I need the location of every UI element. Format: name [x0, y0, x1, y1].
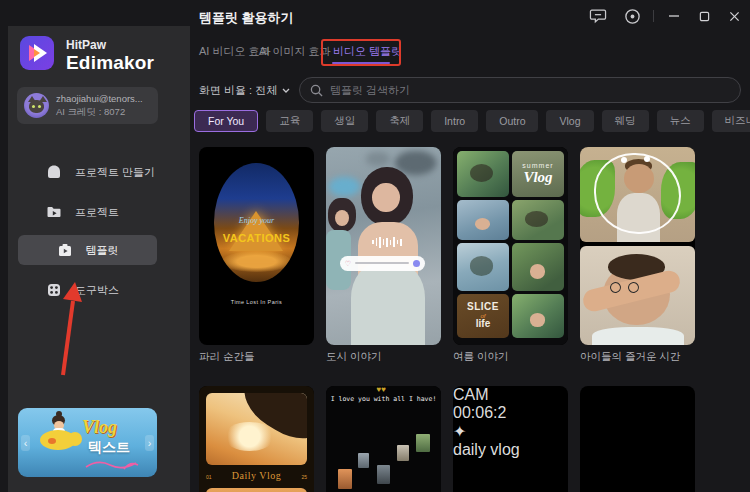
chip-business[interactable]: 비즈니스: [712, 110, 750, 132]
card-overlay-number: 25: [301, 474, 307, 480]
tab-ai-image-effects[interactable]: AI 이미지 효과: [259, 44, 331, 59]
card-art-mini-photo: [358, 453, 369, 468]
card-overlay-headline: VACATIONS: [199, 232, 314, 244]
sidebar-item-templates[interactable]: 템플릿: [18, 235, 157, 265]
promo-banner[interactable]: Vlog 텍스트 ‹ ›: [18, 408, 157, 477]
chip-birthday[interactable]: 생일: [321, 110, 368, 132]
summer-text: summer: [522, 162, 553, 169]
card-art-doodle-cloud: [594, 153, 681, 235]
card-art-sun-glow: [224, 422, 275, 451]
page-title: 템플릿 활용하기: [199, 9, 294, 27]
card-art-doodle-dot: [644, 156, 650, 162]
chip-festival[interactable]: 축제: [376, 110, 423, 132]
minimize-button[interactable]: [664, 7, 684, 25]
card-art-kid-bottom-photo: [580, 246, 695, 345]
search-bar[interactable]: [299, 77, 741, 103]
slice-text: SLICE: [467, 302, 499, 313]
template-card-city-story[interactable]: ♡: [326, 147, 441, 345]
account-email: zhaojiahui@tenors...: [56, 93, 143, 104]
card-art-audio-waveform: [372, 236, 402, 248]
projects-folder-icon: [46, 204, 62, 220]
banner-next-button[interactable]: ›: [145, 435, 154, 451]
card-art-comment-line: [355, 262, 409, 264]
chip-news[interactable]: 뉴스: [657, 110, 704, 132]
chip-vlog[interactable]: Vlog: [546, 110, 593, 132]
category-chip-row: For You 교육 생일 축제 Intro Outro Vlog 웨딩 뉴스 …: [194, 110, 750, 132]
card-art-doodle-dot: [621, 157, 627, 163]
chip-wedding[interactable]: 웨딩: [602, 110, 649, 132]
card-art-girl1-top: [351, 262, 425, 345]
card-art-mini-photo: [377, 465, 390, 484]
banner-subtitle: 텍스트: [88, 439, 130, 457]
record-icon[interactable]: [622, 7, 642, 25]
card-art-photo-tile: [512, 243, 564, 291]
maximize-button[interactable]: [694, 7, 714, 25]
card-art-girl1-face: [372, 183, 400, 213]
card-overlay-cam-label: CAM: [453, 386, 568, 404]
card-art-send-dot: [413, 260, 420, 267]
card-art-mini-photo: [338, 469, 352, 489]
templates-box-icon: [57, 242, 73, 258]
banner-duck-beak: [48, 438, 56, 444]
annotation-arrow: [58, 282, 86, 380]
sidebar-item-label: 프로젝트: [75, 205, 119, 220]
vlog-word: vlog: [490, 441, 519, 458]
template-card-daily-vlog-girl[interactable]: CAM 00:06:2 ✦ daily vlog: [453, 386, 568, 492]
avatar-cat-eye: [38, 105, 41, 108]
card-art-sunset-photo: [206, 393, 307, 465]
template-card-love-collage[interactable]: ♥♥ I love you with all I have!: [326, 386, 441, 492]
chip-for-you[interactable]: For You: [194, 110, 258, 132]
card-art-second-photo: [206, 488, 307, 492]
brand-name-bottom: Edimakor: [66, 52, 154, 74]
sidebar-item-toolbox[interactable]: 도구박스: [18, 275, 157, 305]
aspect-ratio-label: 화면 비율 : 전체: [199, 83, 277, 98]
card-art-figure: [530, 313, 546, 326]
card-art-photo-tile: [512, 294, 564, 338]
account-card[interactable]: zhaojiahui@tenors... AI 크레딧 : 8072: [17, 87, 158, 124]
card-art-slice-of-life-tile: SLICE of life: [457, 294, 509, 338]
card-art-figure: [470, 256, 493, 275]
sidebar-item-label: 템플릿: [86, 243, 119, 258]
banner-prev-button[interactable]: ‹: [21, 435, 30, 451]
life-text: life: [476, 319, 490, 330]
card-overlay-timestamp: 00:06:2: [453, 404, 568, 422]
card-art-figure: [470, 164, 493, 182]
create-project-icon: [46, 164, 62, 180]
card-art-summer-vlog-tile: summer Vlog: [512, 151, 564, 197]
template-title: 도시 이야기: [326, 350, 381, 364]
annotation-red-box: [321, 39, 401, 66]
template-card-kids-fun-time[interactable]: [580, 147, 695, 345]
card-art-photo-tile: [457, 151, 509, 197]
sidebar-item-projects[interactable]: 프로젝트: [18, 197, 157, 227]
chip-outro[interactable]: Outro: [486, 110, 538, 132]
chevron-down-icon: [282, 88, 290, 93]
card-overlay-love-text: I love you with all I have!: [326, 395, 441, 403]
search-input[interactable]: [330, 84, 730, 96]
sidebar-item-create-project[interactable]: 프로젝트 만들기: [18, 157, 157, 187]
template-title: 파리 순간들: [199, 350, 254, 364]
template-title: 아이들의 즐거운 시간: [580, 350, 680, 364]
card-overlay-number: 01: [206, 474, 212, 480]
card-art-comment-pill: ♡: [340, 256, 425, 271]
template-card-paris-moments[interactable]: Enjoy your VACATIONS Time Lost In Paris: [199, 147, 314, 345]
close-button[interactable]: [724, 7, 744, 25]
titlebar-divider: [653, 10, 654, 22]
feedback-icon[interactable]: [588, 7, 608, 25]
template-card-daily-vlog-hands[interactable]: Daily Vlog 01 25: [199, 386, 314, 492]
account-credits: AI 크레딧 : 8072: [56, 106, 125, 119]
banner-duck-float: [68, 432, 82, 446]
heart-icon: ♡: [345, 260, 351, 267]
card-overlay-caption: Time Lost In Paris: [199, 299, 314, 305]
daily-word: daily: [453, 441, 490, 458]
card-art-photo-tile: [457, 200, 509, 240]
card-art-kid-top-photo: [580, 147, 695, 242]
card-overlay-daily-vlog-text: Daily Vlog: [199, 470, 314, 481]
card-art-sparkle: ✦: [453, 422, 568, 441]
chip-intro[interactable]: Intro: [431, 110, 478, 132]
aspect-ratio-dropdown[interactable]: 화면 비율 : 전체: [199, 83, 290, 98]
card-overlay-script-text: Enjoy your: [199, 216, 314, 225]
template-card-summer-story[interactable]: summer Vlog SLICE of life: [453, 147, 568, 345]
template-card-bw-collage[interactable]: [580, 386, 695, 492]
card-art-collage: summer Vlog SLICE of life: [453, 147, 568, 345]
chip-education[interactable]: 교육: [266, 110, 313, 132]
